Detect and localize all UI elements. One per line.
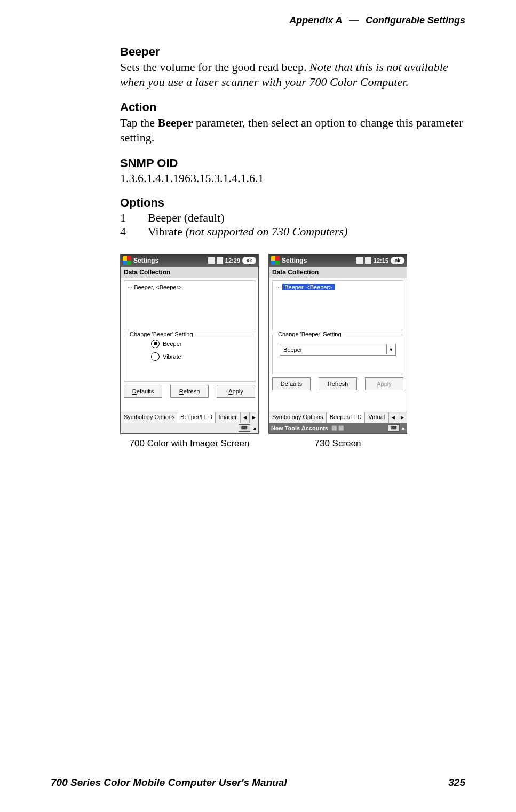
screenshot-700-imager: Settings 12:29 ok Data Collection ··· Be… xyxy=(120,254,259,449)
option-label-1: Beeper (default) xyxy=(148,211,225,225)
combo-value: Beeper xyxy=(283,346,302,353)
option-label-4: Vibrate (not supported on 730 Computers) xyxy=(148,225,347,239)
sip-bar-right: New Tools Accounts ▦ ▦ ⌨ ▴ xyxy=(269,423,407,433)
group-legend-right: Change 'Beeper' Setting xyxy=(276,331,344,337)
header-title: Configurable Settings xyxy=(366,15,465,26)
tree-view-left[interactable]: ··· Beeper, <Beeper> xyxy=(124,280,255,330)
volume-icon[interactable] xyxy=(365,257,371,264)
tab-symbology-left[interactable]: Symbology Options xyxy=(121,412,177,423)
titlebar-left: Settings 12:29 ok xyxy=(121,254,258,267)
clock-left: 12:29 xyxy=(225,257,240,264)
keyboard-icon[interactable]: ⌨ xyxy=(239,424,250,432)
option-row: 4 Vibrate (not supported on 730 Computer… xyxy=(120,225,472,239)
change-setting-group-left: Change 'Beeper' Setting Beeper Vibrate xyxy=(124,335,255,382)
radio-vibrate[interactable] xyxy=(151,352,160,361)
heading-beeper: Beeper xyxy=(120,45,472,59)
option-num-1: 1 xyxy=(120,211,148,225)
subtitle-left: Data Collection xyxy=(121,267,258,278)
action-body: Tap the Beeper parameter, then select an… xyxy=(120,115,472,145)
network-icon[interactable] xyxy=(208,257,215,264)
tab-virtual-right[interactable]: Virtual xyxy=(365,412,388,423)
caption-right: 730 Screen xyxy=(268,438,407,449)
group-legend-left: Change 'Beeper' Setting xyxy=(128,331,195,337)
radio-beeper-row[interactable]: Beeper xyxy=(151,340,249,348)
heading-options: Options xyxy=(120,196,472,210)
option-num-4: 4 xyxy=(120,225,148,239)
caption-left: 700 Color with Imager Screen xyxy=(120,438,259,449)
radio-beeper-label: Beeper xyxy=(163,341,181,347)
heading-snmp: SNMP OID xyxy=(120,156,472,170)
network-icon[interactable] xyxy=(356,257,363,264)
start-flag-icon[interactable] xyxy=(271,256,280,265)
option-label-4-plain: Vibrate xyxy=(148,225,185,238)
refresh-button-right[interactable]: Refresh xyxy=(319,377,357,390)
refresh-button-left[interactable]: Refresh xyxy=(170,385,209,398)
clock-right: 12:15 xyxy=(374,257,388,264)
option-row: 1 Beeper (default) xyxy=(120,211,472,225)
sip-bar-left: ⌨ ▴ xyxy=(121,423,258,433)
header-appendix: Appendix A xyxy=(289,15,342,26)
footer-manual-title: 700 Series Color Mobile Computer User's … xyxy=(51,777,287,789)
option-label-4-italic: (not supported on 730 Computers) xyxy=(185,225,347,238)
screenshot-730: Settings 12:15 ok Data Collection ··· Be… xyxy=(268,254,407,449)
defaults-button-left[interactable]: Defaults xyxy=(124,385,162,398)
beeper-combo[interactable]: Beeper ▼ xyxy=(280,344,396,356)
sip-up-icon[interactable]: ▴ xyxy=(402,425,404,431)
heading-action: Action xyxy=(120,100,472,114)
tab-symbology-right[interactable]: Symbology Options xyxy=(269,412,327,423)
volume-icon[interactable] xyxy=(217,257,223,264)
defaults-button-right[interactable]: Defaults xyxy=(272,377,311,390)
subtitle-right: Data Collection xyxy=(269,267,407,278)
tab-scroll-right[interactable]: ► xyxy=(398,412,407,423)
header-dash: — xyxy=(345,15,363,26)
action-pre: Tap the xyxy=(120,116,158,129)
radio-vibrate-label: Vibrate xyxy=(163,353,181,360)
page-footer: 700 Series Color Mobile Computer User's … xyxy=(51,777,465,789)
sip-menu-text[interactable]: New Tools Accounts xyxy=(271,425,328,431)
apply-button-left[interactable]: Apply xyxy=(217,385,255,398)
tab-scroll-right[interactable]: ► xyxy=(249,412,258,423)
tab-beeper-led-left[interactable]: Beeper/LED xyxy=(177,412,215,423)
beeper-body-plain: Sets the volume for the good read beep. xyxy=(120,60,309,74)
ok-button-left[interactable]: ok xyxy=(242,257,256,264)
ok-button-right[interactable]: ok xyxy=(391,257,404,264)
radio-beeper[interactable] xyxy=(151,340,160,348)
beeper-body: Sets the volume for the good read beep. … xyxy=(120,60,472,90)
keyboard-icon[interactable]: ⌨ xyxy=(388,424,400,432)
action-bold: Beeper xyxy=(158,116,193,129)
running-header: Appendix A — Configurable Settings xyxy=(289,15,465,26)
tab-scroll-left[interactable]: ◄ xyxy=(388,412,398,423)
snmp-oid-value: 1.3.6.1.4.1.1963.15.3.1.4.1.6.1 xyxy=(120,171,472,185)
tree-view-right[interactable]: ··· Beeper, <Beeper> xyxy=(272,280,403,330)
tab-strip-right: Symbology Options Beeper/LED Virtual ◄ ► xyxy=(269,412,407,423)
titlebar-right: Settings 12:15 ok xyxy=(269,254,407,267)
sip-up-icon[interactable]: ▴ xyxy=(253,425,256,431)
tree-item-beeper-left[interactable]: Beeper, <Beeper> xyxy=(134,284,181,290)
radio-vibrate-row[interactable]: Vibrate xyxy=(151,352,249,361)
change-setting-group-right: Change 'Beeper' Setting Beeper ▼ xyxy=(272,335,403,374)
window-title-left: Settings xyxy=(133,257,206,264)
apply-button-right: Apply xyxy=(365,377,403,390)
footer-page-number: 325 xyxy=(448,777,465,789)
chevron-down-icon[interactable]: ▼ xyxy=(386,344,395,354)
tab-scroll-left[interactable]: ◄ xyxy=(240,412,249,423)
window-title-right: Settings xyxy=(282,257,354,264)
tab-imager-left[interactable]: Imager xyxy=(216,412,240,423)
tab-strip-left: Symbology Options Beeper/LED Imager ◄ ► xyxy=(121,412,258,423)
tree-item-beeper-right[interactable]: Beeper, <Beeper> xyxy=(282,284,334,290)
start-flag-icon[interactable] xyxy=(123,256,131,265)
tab-beeper-led-right[interactable]: Beeper/LED xyxy=(327,412,366,423)
